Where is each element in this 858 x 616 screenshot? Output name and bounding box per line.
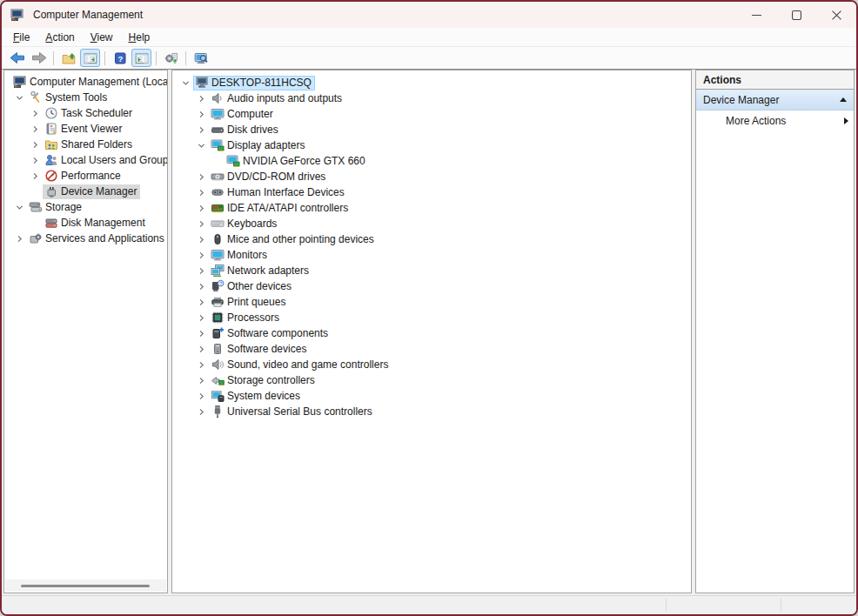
menu-action[interactable]: Action <box>37 30 82 45</box>
tree-item-content[interactable]: Software devices <box>209 342 310 357</box>
chevron-right-icon[interactable] <box>193 95 209 103</box>
chevron-down-icon[interactable] <box>11 94 27 102</box>
menu-help[interactable]: Help <box>121 30 158 45</box>
minimize-button[interactable] <box>736 2 776 28</box>
device-item-system-devices[interactable]: System devices <box>172 388 691 404</box>
device-item-human-interface-devices[interactable]: Human Interface Devices <box>172 184 691 200</box>
chevron-right-icon[interactable] <box>193 267 209 275</box>
device-item-keyboards[interactable]: Keyboards <box>172 216 691 231</box>
scan-hardware-button[interactable] <box>191 49 211 67</box>
tree-item-content[interactable]: Keyboards <box>209 217 280 231</box>
tree-item-content[interactable]: Computer <box>209 107 277 122</box>
chevron-down-icon[interactable] <box>11 204 27 211</box>
tree-item-content[interactable]: Shared Folders <box>43 137 136 152</box>
device-item-universal-serial-bus-controllers[interactable]: Universal Serial Bus controllers <box>172 404 691 419</box>
device-item-ide-ata-atapi-controllers[interactable]: IDE ATA/ATAPI controllers <box>172 200 691 216</box>
console-item-shared-folders[interactable]: Shared Folders <box>4 137 167 152</box>
tree-item-content[interactable]: Computer Management (Local <box>11 75 168 90</box>
chevron-right-icon[interactable] <box>193 220 209 228</box>
chevron-down-icon[interactable] <box>193 142 209 150</box>
tree-item-content[interactable]: Monitors <box>209 248 271 263</box>
device-item-software-devices[interactable]: Software devices <box>172 341 691 357</box>
device-item-software-components[interactable]: Software components <box>172 325 691 341</box>
tree-item-content[interactable]: Audio inputs and outputs <box>209 91 345 106</box>
export-list-button[interactable] <box>161 49 181 67</box>
close-button[interactable] <box>816 2 856 28</box>
show-console-tree-button[interactable] <box>80 49 100 67</box>
back-button[interactable] <box>7 49 27 67</box>
tree-item-content[interactable]: Disk drives <box>209 123 282 137</box>
tree-item-content[interactable]: Services and Applications <box>27 231 168 246</box>
device-item-nvidia-geforce-gtx-660[interactable]: NVIDIA GeForce GTX 660 <box>172 153 691 169</box>
device-item-desktop-811hcsq[interactable]: DESKTOP-811HCSQ <box>172 75 691 90</box>
chevron-right-icon[interactable] <box>193 110 209 118</box>
tree-item-content[interactable]: Network adapters <box>209 264 312 278</box>
chevron-right-icon[interactable] <box>193 251 209 259</box>
console-item-disk-management[interactable]: Disk Management <box>4 215 167 231</box>
device-item-computer[interactable]: Computer <box>172 106 691 122</box>
actions-group-device-manager[interactable]: Device Manager <box>696 90 854 110</box>
chevron-right-icon[interactable] <box>193 173 209 181</box>
device-item-monitors[interactable]: Monitors <box>172 247 691 263</box>
chevron-right-icon[interactable] <box>193 298 209 306</box>
tree-item-content[interactable]: Software components <box>209 326 332 341</box>
tree-item-content[interactable]: System devices <box>209 389 304 404</box>
device-item-dvd-cd-rom-drives[interactable]: DVD/CD-ROM drives <box>172 169 691 184</box>
device-item-display-adapters[interactable]: Display adapters <box>172 137 691 153</box>
menu-view[interactable]: View <box>83 30 121 45</box>
tree-item-content[interactable]: Print queues <box>209 295 289 310</box>
device-item-network-adapters[interactable]: Network adapters <box>172 263 691 278</box>
tree-item-content[interactable]: Local Users and Groups <box>43 153 168 168</box>
console-item-task-scheduler[interactable]: Task Scheduler <box>4 105 167 121</box>
up-level-button[interactable] <box>58 49 78 67</box>
console-item-event-viewer[interactable]: Event Viewer <box>4 121 167 137</box>
chevron-right-icon[interactable] <box>193 126 209 134</box>
tree-item-content[interactable]: Sound, video and game controllers <box>209 358 392 372</box>
device-item-mice-and-other-pointing-devices[interactable]: Mice and other pointing devices <box>172 231 691 247</box>
chevron-right-icon[interactable] <box>27 172 43 180</box>
device-item-print-queues[interactable]: Print queues <box>172 294 691 310</box>
tree-item-content[interactable]: Performance <box>43 169 124 184</box>
console-item-local-users-and-groups[interactable]: Local Users and Groups <box>4 152 167 168</box>
chevron-right-icon[interactable] <box>193 330 209 338</box>
tree-item-content[interactable]: Task Scheduler <box>43 106 136 121</box>
scrollbar-thumb[interactable] <box>21 585 150 587</box>
show-action-pane-button[interactable] <box>131 49 151 67</box>
device-item-processors[interactable]: Processors <box>172 310 691 325</box>
tree-item-content[interactable]: DESKTOP-811HCSQ <box>193 76 315 90</box>
device-item-other-devices[interactable]: ?Other devices <box>172 278 691 294</box>
chevron-right-icon[interactable] <box>193 189 209 197</box>
console-item-services-and-applications[interactable]: Services and Applications <box>4 231 167 246</box>
more-actions-item[interactable]: More Actions <box>696 110 854 131</box>
tree-item-content[interactable]: Storage controllers <box>209 373 318 388</box>
tree-item-content[interactable]: System Tools <box>27 90 111 105</box>
chevron-right-icon[interactable] <box>27 157 43 164</box>
collapse-arrow-icon[interactable] <box>840 97 847 102</box>
forward-button[interactable] <box>29 49 49 67</box>
tree-item-content[interactable]: ?Other devices <box>209 279 295 294</box>
chevron-down-icon[interactable] <box>178 79 193 87</box>
tree-item-content[interactable]: Universal Serial Bus controllers <box>209 405 376 419</box>
console-item-system-tools[interactable]: System Tools <box>4 90 167 105</box>
tree-item-content[interactable]: DVD/CD-ROM drives <box>209 170 329 184</box>
tree-item-content[interactable]: Disk Management <box>43 216 149 231</box>
tree-item-content[interactable]: Processors <box>209 311 283 325</box>
chevron-right-icon[interactable] <box>27 141 43 149</box>
tree-item-content[interactable]: Mice and other pointing devices <box>209 232 378 247</box>
console-item-performance[interactable]: Performance <box>4 168 167 184</box>
chevron-right-icon[interactable] <box>193 408 209 416</box>
chevron-right-icon[interactable] <box>193 236 209 244</box>
tree-item-content[interactable]: Storage <box>27 200 85 215</box>
console-item-device-manager[interactable]: Device Manager <box>4 184 167 199</box>
device-item-sound-video-and-game-controllers[interactable]: Sound, video and game controllers <box>172 357 691 372</box>
maximize-button[interactable] <box>776 2 816 28</box>
tree-item-content[interactable]: NVIDIA GeForce GTX 660 <box>225 154 369 169</box>
chevron-right-icon[interactable] <box>27 110 43 117</box>
chevron-right-icon[interactable] <box>193 283 209 291</box>
horizontal-scrollbar[interactable] <box>5 579 166 592</box>
tree-item-content[interactable]: Human Interface Devices <box>209 185 348 200</box>
chevron-right-icon[interactable] <box>193 314 209 322</box>
chevron-right-icon[interactable] <box>193 204 209 212</box>
menu-file[interactable]: File <box>5 30 37 45</box>
console-item-computer-management-local[interactable]: Computer Management (Local <box>4 74 167 90</box>
